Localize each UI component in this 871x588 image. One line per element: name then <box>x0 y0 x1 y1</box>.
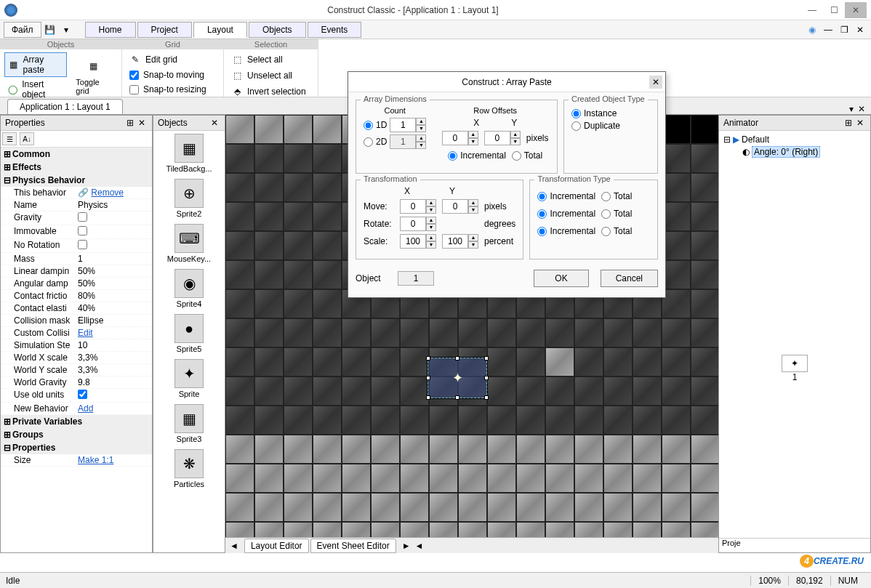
move-x-input[interactable] <box>400 199 426 214</box>
prop-contact-elasticity[interactable]: Contact elasti40% <box>1 302 152 315</box>
animator-close-icon[interactable]: ✕ <box>854 118 866 128</box>
radio-instance[interactable]: Instance <box>571 108 650 118</box>
rotate-input[interactable] <box>400 217 426 231</box>
prop-world-x[interactable]: World X scale3,3% <box>1 352 152 364</box>
ok-button[interactable]: OK <box>534 270 588 287</box>
prop-immovable[interactable]: Immovable <box>1 225 152 239</box>
cat-physics[interactable]: ⊟Physics Behavior <box>1 174 152 187</box>
project-tab[interactable]: Proje <box>722 539 741 552</box>
prop-size[interactable]: SizeMake 1:1 <box>1 454 152 467</box>
prop-mass[interactable]: Mass1 <box>1 253 152 265</box>
unselect-all-button[interactable]: ⬚ Unselect all <box>228 68 313 83</box>
prop-contact-friction[interactable]: Contact frictio80% <box>1 290 152 302</box>
tab-events[interactable]: Events <box>308 22 362 38</box>
snap-resizing-checkbox[interactable]: Snap-to resizing <box>127 83 219 96</box>
invert-selection-button[interactable]: ⬘ Invert selection <box>228 84 313 99</box>
status-coords: 80,192 <box>788 576 830 586</box>
object-item-1[interactable]: ⊕Sprite2 <box>156 179 222 218</box>
tab-nav-left-icon[interactable]: ◄ <box>230 541 238 551</box>
count-1d-input[interactable] <box>390 118 416 132</box>
help-icon[interactable]: ◉ <box>806 23 819 36</box>
animator-pin-icon[interactable]: ⊞ <box>843 118 854 128</box>
radio-duplicate[interactable]: Duplicate <box>571 121 650 131</box>
tab-objects[interactable]: Objects <box>249 22 306 38</box>
object-item-4[interactable]: ●Sprite5 <box>156 314 222 353</box>
tab-home[interactable]: Home <box>85 22 136 38</box>
prop-linear-damping[interactable]: Linear dampin50% <box>1 265 152 278</box>
prop-collision-mask[interactable]: Collision maskEllipse <box>1 315 152 327</box>
maximize-button[interactable]: ☐ <box>823 2 845 18</box>
radio-1d[interactable]: 1D ▲▼ <box>364 118 426 132</box>
move-incremental[interactable]: Incremental <box>537 191 595 201</box>
scale-y-input[interactable] <box>442 234 468 249</box>
radio-2d[interactable]: 2D ▲▼ <box>364 134 426 149</box>
anim-angle[interactable]: ◐Angle: 0° (Right) <box>722 145 867 158</box>
object-item-5[interactable]: ✦Sprite <box>156 359 222 398</box>
prop-new-behavior[interactable]: New BehaviorAdd <box>1 403 152 415</box>
prop-name[interactable]: NamePhysics <box>1 199 152 212</box>
cat-properties[interactable]: ⊟Properties <box>1 441 152 454</box>
count-2d-input[interactable] <box>390 134 416 149</box>
prop-old-units[interactable]: Use old units <box>1 389 152 403</box>
prop-this-behavior[interactable]: This behavior🔗 Remove <box>1 187 152 199</box>
move-y-input[interactable] <box>442 199 468 214</box>
object-item-3[interactable]: ◉Sprite4 <box>156 269 222 308</box>
frame-1[interactable]: ✦ 1 <box>723 355 866 382</box>
cat-groups[interactable]: ⊞Groups <box>1 428 152 441</box>
snap-moving-checkbox[interactable]: Snap-to moving <box>127 68 219 81</box>
object-item-2[interactable]: ⌨MouseKey... <box>156 224 222 263</box>
anim-default[interactable]: ⊟▶Default <box>722 134 867 145</box>
prop-sim-step[interactable]: Simulation Ste10 <box>1 339 152 352</box>
mdi-restore-icon[interactable]: ❐ <box>838 23 851 36</box>
doc-tab-1[interactable]: Application 1 : Layout 1 <box>7 99 123 114</box>
cat-common[interactable]: ⊞Common <box>1 148 152 161</box>
mdi-close-icon[interactable]: ✕ <box>854 23 867 36</box>
cancel-button[interactable]: Cancel <box>601 270 658 287</box>
insert-object-button[interactable]: ◯ Insert object <box>4 78 67 101</box>
object-item-6[interactable]: ▦Sprite3 <box>156 404 222 443</box>
layout-editor-tab[interactable]: Layout Editor <box>244 539 309 553</box>
dialog-close-button[interactable]: ✕ <box>649 76 662 89</box>
menu-file[interactable]: Файл <box>4 22 41 38</box>
scale-total[interactable]: Total <box>601 226 632 236</box>
move-total[interactable]: Total <box>601 191 632 201</box>
rotate-total[interactable]: Total <box>601 209 632 219</box>
cat-effects[interactable]: ⊞Effects <box>1 161 152 174</box>
tab-project[interactable]: Project <box>137 22 192 38</box>
dropdown-icon[interactable]: ▾ <box>60 23 73 36</box>
mdi-minimize-icon[interactable]: — <box>822 23 835 36</box>
object-item-0[interactable]: ▦TiledBackg... <box>156 134 222 173</box>
pin-icon[interactable]: ⊞ <box>124 118 136 128</box>
alphabetical-icon[interactable]: A↓ <box>20 132 34 145</box>
panel-close-icon[interactable]: ✕ <box>136 118 148 128</box>
scale-incremental[interactable]: Incremental <box>537 226 595 236</box>
tab-close-icon[interactable]: ✕ <box>858 104 865 114</box>
toggle-grid-button[interactable]: ▦ Toggle grid <box>70 52 117 102</box>
tab-nav-right-icon[interactable]: ► <box>402 541 411 551</box>
event-sheet-tab[interactable]: Event Sheet Editor <box>310 539 396 553</box>
prop-world-y[interactable]: World Y scale3,3% <box>1 364 152 376</box>
objects-close-icon[interactable]: ✕ <box>209 118 220 128</box>
array-paste-button[interactable]: ▦ Array paste <box>4 52 67 77</box>
edit-grid-button[interactable]: ✎ Edit grid <box>127 52 219 67</box>
prop-angular-damping[interactable]: Angular damp50% <box>1 278 152 290</box>
rotate-incremental[interactable]: Incremental <box>537 209 595 219</box>
prop-no-rotation[interactable]: No Rotation <box>1 239 152 253</box>
selection-box[interactable]: ✦ <box>428 358 487 398</box>
prop-world-gravity[interactable]: World Gravity9.8 <box>1 376 152 389</box>
scale-x-input[interactable] <box>400 234 426 249</box>
save-icon[interactable]: 💾 <box>44 23 57 36</box>
tab-layout[interactable]: Layout <box>193 22 247 38</box>
hscroll-left-icon[interactable]: ◄ <box>415 541 424 551</box>
close-button[interactable]: ✕ <box>845 2 867 18</box>
categorized-icon[interactable]: ☰ <box>2 132 17 145</box>
minimize-button[interactable]: — <box>801 2 823 18</box>
row-offset-y-input[interactable] <box>484 131 510 145</box>
prop-custom-collision[interactable]: Custom CollisiEdit <box>1 327 152 339</box>
select-all-button[interactable]: ⬚ Select all <box>228 52 313 67</box>
row-offset-x-input[interactable] <box>442 131 468 145</box>
object-item-7[interactable]: ❋Particles <box>156 449 222 488</box>
prop-gravity[interactable]: Gravity <box>1 212 152 225</box>
cat-private-vars[interactable]: ⊞Private Variables <box>1 415 152 428</box>
tab-dropdown-icon[interactable]: ▾ <box>849 104 854 114</box>
